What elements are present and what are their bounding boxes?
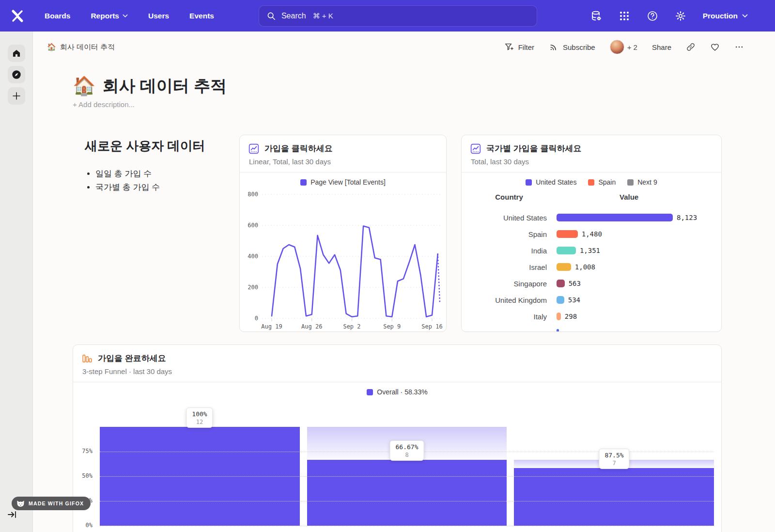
country-row[interactable]: Spain1,480 (462, 226, 721, 242)
funnel-card-title[interactable]: 가입을 완료하세요 (98, 353, 166, 364)
legend-item[interactable]: Spain (588, 178, 616, 186)
title-emoji: 🏠 (73, 75, 95, 96)
nav-item-events[interactable]: Events (189, 12, 214, 20)
country-bar[interactable] (557, 296, 564, 304)
settings-gear-icon[interactable] (675, 10, 686, 22)
legend-item[interactable]: United States (526, 178, 576, 186)
bullet-item: 일일 총 가입 수 (95, 167, 239, 181)
favorite-heart-icon[interactable] (710, 42, 720, 52)
legend-item[interactable]: Next 9 (627, 178, 657, 186)
country-row[interactable]: United States8,123 (462, 209, 721, 226)
funnel-ytick: 50% (73, 472, 93, 479)
country-row[interactable]: Israel1,008 (462, 259, 721, 275)
board-header: 🏠 회사 데이터 추적 + Add description... (73, 75, 775, 109)
funnel-tooltip: 100%12 (186, 407, 213, 428)
country-bar[interactable] (557, 313, 561, 320)
mixpanel-logo-icon[interactable] (10, 8, 25, 24)
country-label: Singapore (462, 280, 557, 288)
sidebar-explore-button[interactable] (8, 66, 25, 83)
breadcrumb-title: 회사 데이터 추적 (60, 43, 115, 52)
country-row[interactable]: United Kingdom534 (462, 292, 721, 308)
copy-link-icon[interactable] (686, 42, 696, 52)
funnel-conversion-pct: 100% (192, 410, 207, 418)
country-bar[interactable] (557, 214, 673, 221)
line-chart-card: 가입을 클릭하세요 Linear, Total, last 30 days Pa… (239, 135, 447, 332)
text-card-bullets: 일일 총 가입 수국가별 총 가입 수 (95, 167, 239, 194)
legend-label: Next 9 (637, 178, 657, 186)
country-bar[interactable] (557, 247, 576, 254)
legend-item[interactable]: Overall · 58.33% (367, 388, 427, 396)
sidebar-home-button[interactable] (8, 45, 25, 62)
line-series-incomplete (438, 254, 440, 303)
country-value: 1,351 (580, 247, 600, 254)
nav-item-boards[interactable]: Boards (45, 12, 70, 20)
line-card-header: 가입을 클릭하세요 Linear, Total, last 30 days (240, 135, 446, 172)
line-card-subtitle: Linear, Total, last 30 days (249, 157, 437, 166)
country-row[interactable]: India1,351 (462, 242, 721, 259)
project-switcher[interactable]: Prouction (703, 12, 748, 20)
expand-sidebar-icon[interactable] (7, 509, 18, 520)
breadcrumb: 🏠 회사 데이터 추적 (47, 43, 115, 52)
funnel-bar-solid[interactable] (307, 460, 507, 526)
share-button[interactable]: Share (652, 43, 671, 51)
nav-item-label: Boards (45, 12, 70, 20)
legend-label: Page View [Total Events] (310, 178, 386, 186)
collaborators[interactable]: + 2 (610, 40, 637, 54)
country-bar[interactable] (557, 329, 559, 332)
search-icon (267, 12, 276, 20)
avatar[interactable] (610, 40, 624, 54)
more-options-icon[interactable] (734, 42, 744, 52)
apps-grid-icon[interactable] (619, 10, 630, 22)
country-value: 298 (565, 313, 577, 320)
page-title: 🏠 회사 데이터 추적 (73, 75, 775, 96)
fox-icon (16, 500, 25, 507)
filter-label: Filter (518, 43, 534, 51)
nav-item-label: Events (189, 12, 214, 20)
legend-item[interactable]: Page View [Total Events] (300, 178, 386, 186)
line-card-title[interactable]: 가입을 클릭하세요 (264, 143, 333, 154)
funnel-card-subtitle: 3-step Funnel · last 30 days (82, 367, 713, 376)
cards-row: 새로운 사용자 데이터 일일 총 가입 수국가별 총 가입 수 가입을 클릭하세… (73, 135, 722, 332)
title-text: 회사 데이터 추적 (102, 75, 227, 96)
bar-table-rows: United States8,123Spain1,480India1,351Is… (462, 209, 721, 332)
svg-text:Sep 16: Sep 16 (421, 323, 442, 330)
sidebar-add-button[interactable] (8, 87, 25, 105)
help-icon[interactable] (647, 10, 658, 22)
funnel-conversion-pct: 66.67% (396, 443, 418, 451)
line-chart-plot[interactable]: 0200400600800Aug 19Aug 26Sep 2Sep 9Sep 1… (240, 187, 447, 330)
bar-chart-card: 국가별 가입을 클릭하세요 Total, last 30 days United… (461, 135, 722, 332)
add-description-button[interactable]: + Add description... (73, 100, 775, 109)
funnel-chart-legend: Overall · 58.33% (73, 387, 721, 397)
bar-card-title[interactable]: 국가별 가입을 클릭하세요 (486, 143, 581, 154)
funnel-plot: 0%25%50%75%100%1266.67%887.5%7 (73, 407, 721, 526)
country-row-partial (462, 325, 721, 332)
line-series[interactable] (272, 226, 438, 317)
subscribe-button[interactable]: Subscribe (549, 42, 595, 52)
funnel-ytick: 75% (73, 448, 93, 454)
share-label: Share (652, 43, 671, 51)
funnel-gridline (100, 476, 714, 477)
filter-button[interactable]: Filter (504, 42, 534, 52)
country-row[interactable]: Italy298 (462, 308, 721, 325)
funnel-gridline (100, 501, 714, 501)
svg-text:400: 400 (248, 253, 258, 260)
chevron-down-icon (123, 14, 128, 18)
data-management-icon[interactable] (590, 10, 602, 22)
country-value: 563 (569, 280, 581, 287)
country-bar[interactable] (557, 230, 578, 238)
nav-item-reports[interactable]: Reports (91, 12, 128, 20)
search-input[interactable]: Search ⌘ + K (259, 5, 537, 27)
bullet-item: 국가별 총 가입 수 (95, 181, 239, 194)
funnel-count: 8 (396, 452, 418, 458)
svg-text:0: 0 (255, 315, 258, 322)
bar-chart-legend: United StatesSpainNext 9 (462, 177, 721, 187)
filter-funnel-icon (504, 42, 514, 52)
funnel-step[interactable] (514, 460, 714, 526)
rss-icon (549, 42, 558, 52)
app-window: BoardsReportsUsersEvents Search ⌘ + K (0, 0, 775, 532)
funnel-tooltip: 87.5%7 (599, 449, 629, 469)
nav-item-users[interactable]: Users (148, 12, 169, 20)
country-row[interactable]: Singapore563 (462, 275, 721, 292)
country-bar[interactable] (557, 280, 565, 287)
country-bar[interactable] (557, 263, 571, 271)
